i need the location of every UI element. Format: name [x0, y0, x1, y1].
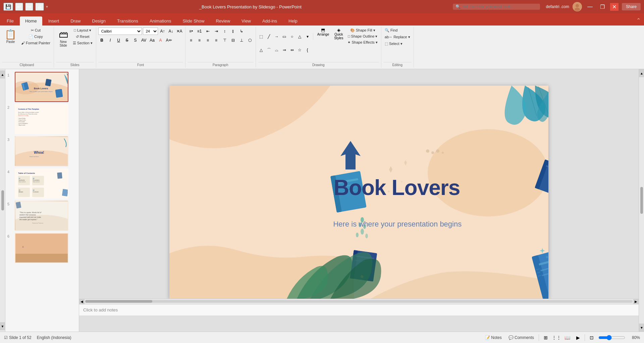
slide-thumb-6[interactable]: A	[15, 233, 68, 263]
tab-home[interactable]: Home	[20, 16, 42, 26]
line-spacing-button[interactable]: ↕	[221, 28, 228, 35]
slide-item-6[interactable]: 6 A	[7, 233, 77, 263]
notes-area[interactable]: Click to add notes	[79, 304, 639, 315]
tab-slideshow[interactable]: Slide Show	[177, 16, 210, 26]
line-btn[interactable]: ╱	[266, 33, 272, 40]
increase-font-button[interactable]: A↑	[159, 28, 166, 35]
tab-animations[interactable]: Animations	[144, 16, 176, 26]
arrow-btn[interactable]: →	[273, 33, 280, 40]
text-highlight-button[interactable]: A✏	[165, 37, 173, 44]
tab-transitions[interactable]: Transitions	[112, 16, 144, 26]
cut-button[interactable]: ✂ Cut	[20, 28, 52, 33]
paste-button[interactable]: 📋 Paste	[2, 28, 19, 61]
circle-btn[interactable]: ○	[289, 33, 296, 40]
notes-button[interactable]: 📝 Notes	[483, 335, 504, 341]
select-shape-btn[interactable]: ⬚	[258, 33, 265, 40]
scroll-track[interactable]	[85, 300, 633, 303]
text-direction-button[interactable]: ↳	[238, 28, 245, 35]
share-button[interactable]: Share	[622, 3, 641, 10]
right-scroll-up[interactable]: ▲	[639, 69, 644, 77]
smart-art-button[interactable]: ⬡	[246, 37, 254, 44]
minimize-button[interactable]: —	[585, 3, 595, 10]
section-button[interactable]: ☰ Section ▾	[71, 40, 94, 46]
normal-view-button[interactable]: ⊞	[542, 334, 550, 342]
search-bar[interactable]: 🔍	[453, 4, 540, 10]
justify-button[interactable]: ≡	[213, 37, 220, 44]
align-center-button[interactable]: ≡	[196, 37, 203, 44]
avatar[interactable]	[573, 2, 582, 11]
columns-button[interactable]: ⫿	[229, 28, 237, 35]
font-color-button[interactable]: A	[157, 37, 164, 44]
close-button[interactable]: ✕	[610, 3, 619, 11]
align-right-button[interactable]: ≡	[204, 37, 212, 44]
tab-insert[interactable]: Insert	[43, 16, 65, 26]
undo-button[interactable]: ↩	[15, 3, 23, 11]
shapes-more-btn[interactable]: ▾	[304, 33, 311, 40]
tab-review[interactable]: Review	[210, 16, 235, 26]
shape-fill-button[interactable]: 🎨 Shape Fill ▾	[346, 28, 379, 33]
align-bottom-button[interactable]: ⊥	[238, 37, 245, 44]
arrange-button[interactable]: ⬒ Arrange	[315, 28, 331, 45]
format-painter-button[interactable]: 🖌 Format Painter	[20, 40, 52, 46]
slide-sorter-button[interactable]: ⋮⋮	[552, 334, 560, 342]
scroll-left-button[interactable]: ◀	[79, 299, 85, 304]
change-case-button[interactable]: Aa	[149, 37, 156, 44]
scroll-right-button[interactable]: ▶	[633, 299, 639, 304]
strikethrough-button[interactable]: S	[123, 37, 131, 44]
copy-button[interactable]: 📄 Copy	[20, 34, 52, 40]
number-list-button[interactable]: ≡1	[196, 28, 203, 35]
slide-item-3[interactable]: 3 Whoa! Some text here	[7, 136, 77, 166]
comments-button[interactable]: 💬 Comments	[506, 335, 536, 341]
bracket-btn[interactable]: {	[304, 47, 311, 53]
align-top-button[interactable]: ⊤	[221, 37, 228, 44]
shadow-button[interactable]: S	[132, 37, 139, 44]
tab-view[interactable]: View	[236, 16, 256, 26]
star-btn[interactable]: ☆	[297, 47, 303, 53]
rect-btn[interactable]: ▭	[281, 33, 288, 40]
font-name-select[interactable]: Calibri Arial Times New Roman	[98, 28, 142, 35]
zoom-slider[interactable]	[598, 335, 625, 340]
language-indicator[interactable]: English (Indonesia)	[37, 335, 71, 340]
print-button[interactable]: 🖨	[35, 3, 44, 11]
reset-button[interactable]: ↺ Reset	[71, 34, 94, 40]
triangle-btn[interactable]: △	[297, 33, 303, 40]
find-button[interactable]: 🔍 Find	[383, 28, 399, 33]
clear-format-button[interactable]: ✕A	[176, 28, 183, 35]
slide-item-4[interactable]: 4 Table of Contents 01 Introduction Some…	[7, 168, 77, 199]
dbl-arrow-btn[interactable]: ⇔	[289, 47, 296, 53]
tab-file[interactable]: File	[1, 16, 19, 26]
italic-button[interactable]: I	[107, 37, 114, 44]
decrease-font-button[interactable]: A↓	[167, 28, 175, 35]
arc-btn[interactable]: ⌓	[273, 47, 280, 53]
tab-addins[interactable]: Add-ins	[257, 16, 282, 26]
curve-btn[interactable]: ⌒	[266, 47, 272, 53]
underline-button[interactable]: U	[115, 37, 122, 44]
layout-button[interactable]: □ Layout ▾	[71, 28, 94, 33]
redo-button[interactable]: ↪	[25, 3, 33, 11]
align-left-button[interactable]: ≡	[187, 37, 195, 44]
arrow2-btn[interactable]: ⇒	[281, 47, 288, 53]
slide-thumb-3[interactable]: Whoa! Some text here	[15, 136, 68, 166]
maximize-button[interactable]: ❐	[598, 3, 607, 11]
tab-design[interactable]: Design	[87, 16, 111, 26]
slide-item-1[interactable]: 1 Book Lovers Here is where your present…	[7, 72, 77, 102]
bullet-list-button[interactable]: ≡•	[187, 28, 195, 35]
font-size-select[interactable]: 24 12 14 18 28 36 48 72	[143, 28, 158, 35]
slide-thumb-1[interactable]: Book Lovers Here is where your presentat…	[15, 72, 68, 102]
align-middle-button[interactable]: ⊟	[229, 37, 237, 44]
select-button[interactable]: ⬚ Select ▾	[383, 41, 404, 47]
fit-slide-button[interactable]: ⊡	[588, 334, 596, 342]
increase-indent-button[interactable]: ⇥	[213, 28, 220, 35]
search-input[interactable]	[463, 4, 537, 9]
decrease-indent-button[interactable]: ⇤	[204, 28, 212, 35]
slide-item-5[interactable]: 5 "This is a quote. Words full of wisdom…	[7, 201, 77, 231]
slide-item-2[interactable]: 2 Contents of This Template Some slides …	[7, 104, 77, 134]
replace-button[interactable]: ab↔ Replace ▾	[383, 34, 412, 40]
tab-draw[interactable]: Draw	[65, 16, 86, 26]
slide-thumb-2[interactable]: Contents of This Template Some slides in…	[15, 104, 68, 134]
slide-canvas[interactable]: + + Book Lovers Here is where your prese…	[169, 86, 548, 299]
slideshow-button[interactable]: ▶	[574, 334, 582, 342]
freeform-btn[interactable]: △	[258, 47, 265, 53]
shape-effects-button[interactable]: ✦ Shape Effects ▾	[346, 40, 379, 45]
shape-outline-button[interactable]: □ Shape Outline ▾	[346, 34, 379, 39]
